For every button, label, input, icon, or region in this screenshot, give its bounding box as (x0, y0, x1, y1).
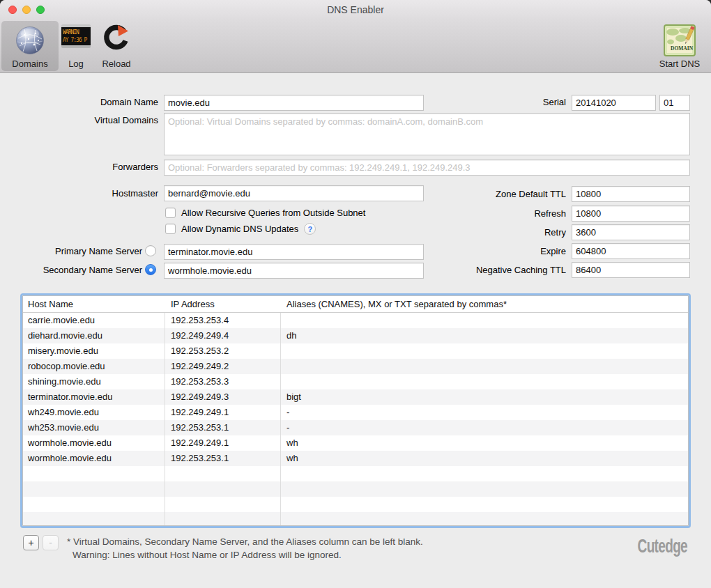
primary-ns-radio[interactable] (145, 245, 156, 256)
zone-default-ttl-input[interactable] (572, 186, 690, 202)
toolbar: Domains WARNIN AY 7:36 P Log Reload (0, 20, 711, 73)
ip-cell: 192.253.253.1 (165, 420, 280, 435)
virtual-domains-textarea[interactable] (164, 113, 690, 155)
ip-cell: 192.253.253.1 (165, 451, 280, 466)
column-header-ip-address[interactable]: IP Address (165, 296, 280, 312)
serial-input[interactable] (572, 95, 656, 111)
start-dns-icon-text: DOMAIN (671, 45, 694, 52)
log-icon-text2: AY 7:36 P (63, 36, 89, 44)
retry-input[interactable] (572, 224, 690, 240)
host-cell: terminator.movie.edu (23, 389, 165, 405)
table-row[interactable] (23, 512, 688, 526)
serial-label: Serial (446, 97, 566, 108)
hostmaster-input[interactable] (164, 185, 424, 201)
host-cell (23, 512, 165, 526)
ip-cell: 192.249.249.1 (165, 405, 280, 420)
host-cell: wh249.movie.edu (23, 405, 165, 420)
aliases-cell: dh (280, 328, 688, 343)
start-dns-map-icon: DOMAIN (664, 24, 696, 56)
host-cell: diehard.movie.edu (23, 328, 165, 343)
table-row[interactable]: wormhole.movie.edu 192.249.249.1 wh (23, 435, 688, 451)
host-cell: wormhole.movie.edu (23, 435, 165, 451)
remove-row-button[interactable]: - (43, 535, 59, 550)
aliases-cell: - (280, 420, 688, 435)
host-cell (23, 497, 165, 512)
host-cell (23, 481, 165, 497)
ip-cell (165, 481, 280, 497)
aliases-cell (280, 343, 688, 359)
window-title: DNS Enabler (0, 4, 711, 15)
column-divider (280, 313, 281, 526)
aliases-cell (280, 512, 688, 526)
toolbar-button-log[interactable]: WARNIN AY 7:36 P Log (60, 21, 92, 71)
aliases-cell (280, 497, 688, 512)
table-row[interactable]: misery.movie.edu 192.253.253.2 (23, 343, 688, 359)
table-row[interactable]: wh253.movie.edu 192.253.253.1 - (23, 420, 688, 435)
refresh-input[interactable] (572, 206, 690, 222)
aliases-cell: - (280, 405, 688, 420)
expire-input[interactable] (572, 243, 690, 259)
retry-label: Retry (446, 227, 566, 238)
add-row-button[interactable]: + (23, 535, 39, 550)
negative-caching-ttl-input[interactable] (572, 262, 690, 278)
secondary-ns-label: Secondary Name Server (0, 265, 142, 276)
ip-cell: 192.249.249.4 (165, 328, 280, 343)
table-row[interactable]: shining.movie.edu 192.253.253.3 (23, 374, 688, 389)
hostmaster-label: Hostmaster (0, 188, 158, 199)
table-row[interactable]: diehard.movie.edu 192.249.249.4 dh (23, 328, 688, 343)
allow-dynamic-checkbox[interactable] (165, 224, 176, 234)
zone-default-ttl-label: Zone Default TTL (446, 189, 566, 200)
ip-cell (165, 512, 280, 526)
host-cell: carrie.movie.edu (23, 313, 165, 328)
host-cell (23, 466, 165, 481)
log-icon-text1: WARNIN (63, 29, 89, 36)
globe-icon (15, 24, 45, 55)
aliases-cell: wh (280, 435, 688, 451)
allow-dynamic-label: Allow Dynamic DNS Updates (181, 224, 298, 234)
allow-recursive-checkbox[interactable] (165, 208, 176, 218)
titlebar: DNS Enabler (0, 0, 711, 20)
app-window: DNS Enabler (0, 0, 711, 588)
secondary-ns-input[interactable] (164, 263, 424, 279)
help-button[interactable]: ? (304, 223, 316, 235)
footnote-line2: Warning: Lines without Host Name or IP A… (67, 548, 569, 562)
toolbar-label-start-dns: Start DNS (659, 59, 701, 71)
ip-cell: 192.253.253.3 (165, 374, 280, 389)
column-header-host-name[interactable]: Host Name (23, 296, 165, 312)
table-row[interactable] (23, 481, 688, 497)
host-cell: shining.movie.edu (23, 374, 165, 389)
secondary-ns-radio[interactable] (145, 264, 156, 275)
table-row[interactable]: wh249.movie.edu 192.249.249.1 - (23, 405, 688, 420)
host-cell: robocop.movie.edu (23, 359, 165, 374)
domain-name-input[interactable] (164, 95, 424, 111)
table-row[interactable]: terminator.movie.edu 192.249.249.3 bigt (23, 389, 688, 405)
hosts-table-header: Host Name IP Address Aliases (CNAMES), M… (23, 296, 688, 313)
toolbar-button-reload[interactable]: Reload (95, 21, 138, 71)
table-row[interactable] (23, 497, 688, 512)
column-header-aliases[interactable]: Aliases (CNAMES), MX or TXT separated by… (280, 296, 688, 312)
toolbar-button-start-dns[interactable]: DOMAIN Start DNS (652, 21, 707, 71)
aliases-cell: bigt (280, 389, 688, 405)
table-row[interactable]: carrie.movie.edu 192.253.253.4 (23, 313, 688, 328)
primary-ns-input[interactable] (164, 244, 424, 260)
toolbar-label-log: Log (68, 59, 84, 71)
table-row[interactable] (23, 466, 688, 481)
host-cell: wh253.movie.edu (23, 420, 165, 435)
primary-ns-label: Primary Name Server (0, 246, 142, 257)
toolbar-button-domains[interactable]: Domains (1, 21, 59, 71)
log-console-icon: WARNIN AY 7:36 P (61, 24, 91, 48)
ip-cell: 192.253.253.4 (165, 313, 280, 328)
column-divider (165, 313, 165, 526)
host-cell: misery.movie.edu (23, 343, 165, 359)
refresh-label: Refresh (446, 208, 566, 219)
hosts-table: Host Name IP Address Aliases (CNAMES), M… (20, 293, 691, 528)
serial-suffix-input[interactable] (659, 95, 690, 111)
toolbar-label-reload: Reload (102, 59, 130, 71)
ip-cell: 192.249.249.2 (165, 359, 280, 374)
forwarders-input[interactable] (164, 160, 690, 176)
table-row[interactable]: wormhole.movie.edu 192.253.253.1 wh (23, 451, 688, 466)
cutedge-logo: Cutedge (638, 535, 687, 557)
expire-label: Expire (446, 246, 566, 257)
footnote: * Virtual Domains, Secondary Name Server… (67, 535, 569, 562)
table-row[interactable]: robocop.movie.edu 192.249.249.2 (23, 359, 688, 374)
